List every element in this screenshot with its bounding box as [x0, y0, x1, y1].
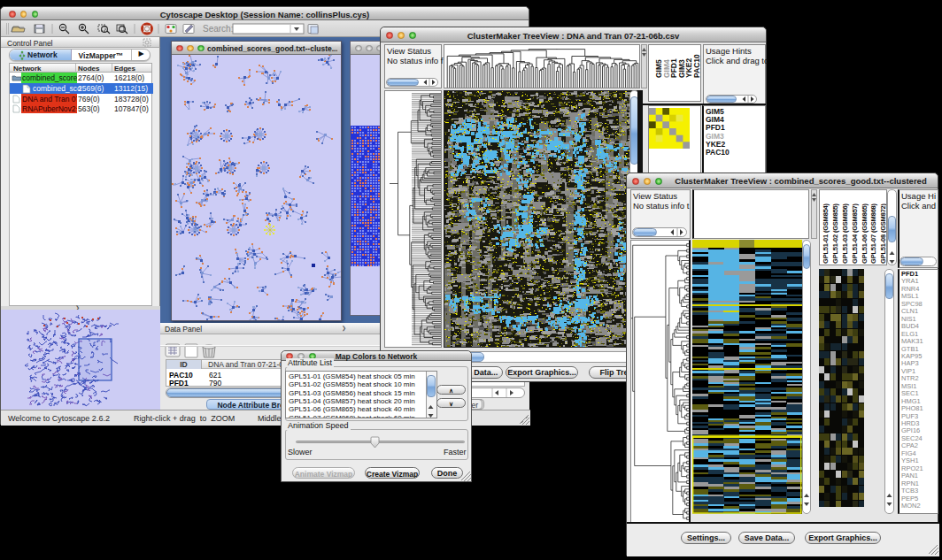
svg-text:Search:: Search: [203, 24, 233, 34]
